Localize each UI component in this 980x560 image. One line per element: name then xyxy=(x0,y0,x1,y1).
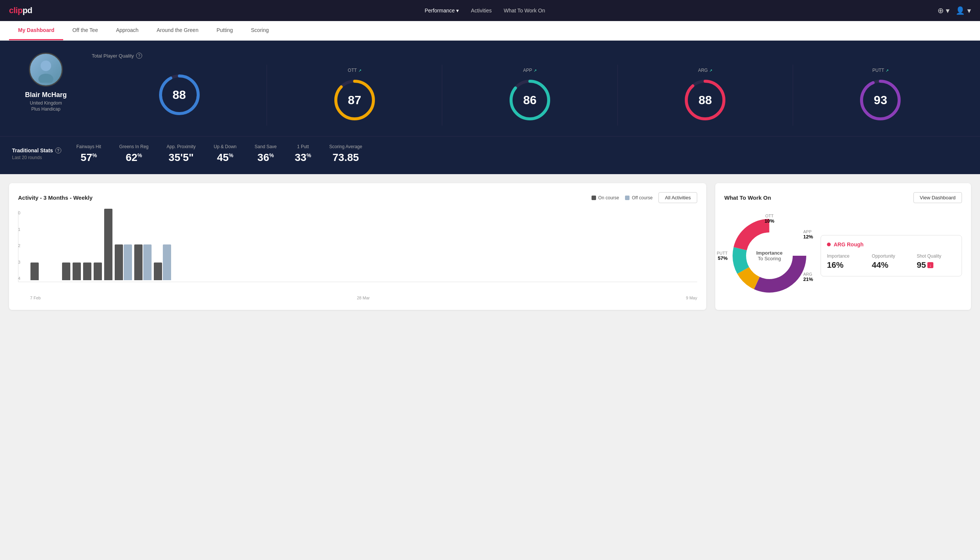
score-putt: PUTT ↗ 93 xyxy=(793,65,968,126)
chart-legend: On course Off course xyxy=(592,195,653,200)
bar-on-course xyxy=(83,263,92,280)
wtw-title: What To Work On xyxy=(724,195,771,201)
wtw-inner: Importance To Scoring OTT 10% APP 12% AR… xyxy=(724,211,962,301)
bar-group xyxy=(73,263,81,280)
donut-label-putt: PUTT 57% xyxy=(717,251,728,261)
donut-label-ott: OTT 10% xyxy=(765,213,774,224)
trad-stats-info-icon[interactable]: ? xyxy=(55,147,61,153)
nav-links: Performance ▾ Activities What To Work On xyxy=(424,8,545,13)
add-button[interactable]: ⊕ ▾ xyxy=(937,6,950,15)
score-arg: ARG ↗ 88 xyxy=(618,65,793,126)
wtw-card-header: What To Work On View Dashboard xyxy=(724,192,962,203)
wtw-card: What To Work On View Dashboard Importanc… xyxy=(715,183,971,310)
stat-sand-save: Sand Save 36% xyxy=(255,144,277,163)
player-handicap: Plus Handicap xyxy=(31,107,60,112)
tab-scoring[interactable]: Scoring xyxy=(242,21,278,40)
chart-title: Activity - 3 Months - Weekly xyxy=(18,195,93,201)
bar-group xyxy=(83,263,92,280)
app-logo[interactable]: clippd xyxy=(9,6,32,15)
bar-on-course xyxy=(94,263,102,280)
bar-chart-inner xyxy=(18,211,697,282)
legend-off-course: Off course xyxy=(625,195,652,200)
legend-on-course-dot xyxy=(592,195,596,200)
putt-trend-icon: ↗ xyxy=(885,68,888,73)
score-ott-label: OTT ↗ xyxy=(348,68,361,73)
scores-grid: 88 OTT ↗ 87 xyxy=(92,65,968,126)
tab-around-the-green[interactable]: Around the Green xyxy=(147,21,207,40)
detail-card: ARG Rough Importance 16% Opportunity xyxy=(820,235,962,277)
nav-what-to-work-on[interactable]: What To Work On xyxy=(504,8,545,13)
view-dashboard-button[interactable]: View Dashboard xyxy=(913,192,962,203)
trad-stats-sub: Last 20 rounds xyxy=(12,155,61,160)
stat-up-down: Up & Down 45% xyxy=(214,144,236,163)
donut-center: Importance To Scoring xyxy=(756,250,782,262)
tab-off-the-tee[interactable]: Off the Tee xyxy=(63,21,107,40)
stat-greens-in-reg: Greens In Reg 62% xyxy=(119,144,148,163)
shot-quality-badge: ↓ xyxy=(927,262,933,268)
main-content: Activity - 3 Months - Weekly On course O… xyxy=(0,174,980,319)
scores-label: Total Player Quality ? xyxy=(92,53,968,59)
tab-approach[interactable]: Approach xyxy=(107,21,147,40)
legend-off-course-dot xyxy=(625,195,629,200)
player-name: Blair McHarg xyxy=(25,91,67,99)
circle-arg: 88 xyxy=(682,77,728,123)
bar-on-course xyxy=(134,245,143,280)
player-info: Blair McHarg United Kingdom Plus Handica… xyxy=(12,53,80,112)
all-activities-button[interactable]: All Activities xyxy=(659,192,697,203)
bar-on-course xyxy=(104,209,112,280)
scores-section: Total Player Quality ? 88 xyxy=(92,53,968,126)
activity-chart-card: Activity - 3 Months - Weekly On course O… xyxy=(9,183,706,310)
donut-chart: Importance To Scoring OTT 10% APP 12% AR… xyxy=(724,211,815,301)
bar-off-course xyxy=(163,245,171,280)
circle-ott: 87 xyxy=(332,77,377,123)
trad-stats: Traditional Stats ? Last 20 rounds Fairw… xyxy=(0,136,980,174)
circle-total: 88 xyxy=(157,72,202,117)
wtw-detail: ARG Rough Importance 16% Opportunity xyxy=(820,235,962,277)
bar-group xyxy=(62,263,70,280)
circle-app: 86 xyxy=(507,77,552,123)
app-trend-icon: ↗ xyxy=(534,68,537,73)
score-ott: OTT ↗ 87 xyxy=(267,65,442,126)
bar-on-course xyxy=(73,263,81,280)
nav-activities[interactable]: Activities xyxy=(471,8,491,13)
bar-on-course xyxy=(115,245,123,280)
stat-scoring-avg: Scoring Average 73.85 xyxy=(329,144,362,163)
score-arg-label: ARG ↗ xyxy=(698,68,712,73)
score-putt-label: PUTT ↗ xyxy=(872,68,888,73)
y-axis-labels: 4 3 2 1 0 xyxy=(18,211,20,282)
header-inner: Blair McHarg United Kingdom Plus Handica… xyxy=(12,53,968,126)
bar-group xyxy=(104,209,112,280)
bar-group xyxy=(30,263,39,280)
score-app-label: APP ↗ xyxy=(523,68,537,73)
metric-importance: Importance 16% xyxy=(827,253,866,270)
svg-point-1 xyxy=(38,74,53,83)
x-axis-labels: 7 Feb 28 Mar 9 May xyxy=(18,296,697,300)
user-menu-button[interactable]: 👤 ▾ xyxy=(955,6,971,15)
nav-right: ⊕ ▾ 👤 ▾ xyxy=(937,6,971,15)
chevron-down-icon: ▾ xyxy=(456,8,459,13)
nav-performance[interactable]: Performance ▾ xyxy=(424,8,459,13)
tabs-bar: My Dashboard Off the Tee Approach Around… xyxy=(0,21,980,41)
score-app: APP ↗ 86 xyxy=(442,65,617,126)
bar-on-course xyxy=(154,263,162,280)
bar-chart: 4 3 2 1 0 xyxy=(18,211,697,293)
detail-title: ARG Rough xyxy=(827,242,955,247)
avatar xyxy=(29,53,63,87)
bar-off-course xyxy=(143,245,151,280)
donut-label-arg: ARG 21% xyxy=(803,272,813,282)
bar-off-course xyxy=(124,245,132,280)
bar-group xyxy=(134,245,151,280)
bar-on-course xyxy=(62,263,70,280)
legend-on-course: On course xyxy=(592,195,619,200)
tab-putting[interactable]: Putting xyxy=(208,21,242,40)
stat-1-putt: 1 Putt 33% xyxy=(295,144,311,163)
ott-trend-icon: ↗ xyxy=(358,68,361,73)
stat-items: Fairways Hit 57% Greens In Reg 62% App. … xyxy=(77,144,968,163)
top-nav: clippd Performance ▾ Activities What To … xyxy=(0,0,980,21)
stat-fairways-hit: Fairways Hit 57% xyxy=(77,144,101,163)
tab-my-dashboard[interactable]: My Dashboard xyxy=(9,21,63,40)
detail-dot xyxy=(827,243,831,246)
total-quality-info-icon[interactable]: ? xyxy=(136,53,142,59)
stat-app-proximity: App. Proximity 35'5" xyxy=(166,144,196,163)
score-total: 88 xyxy=(92,65,267,126)
